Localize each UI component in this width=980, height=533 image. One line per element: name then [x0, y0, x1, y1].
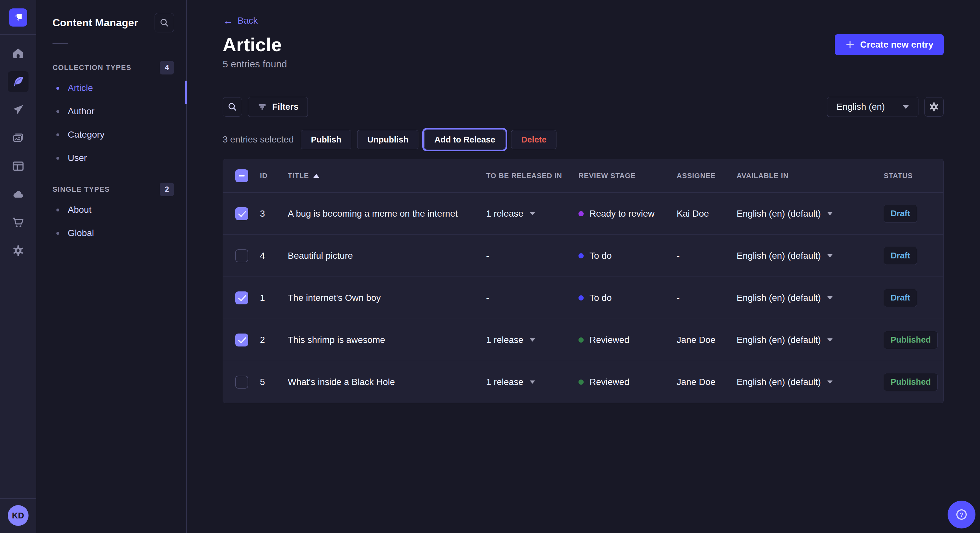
home-icon[interactable] — [8, 43, 29, 64]
cell-review-stage: To do — [579, 251, 677, 261]
entries-table: ID TITLE TO BE RELEASED IN REVIEW STAGE … — [223, 159, 944, 403]
chevron-down-icon — [827, 381, 832, 384]
column-header-to-be-released-in[interactable]: TO BE RELEASED IN — [486, 171, 579, 180]
column-header-id[interactable]: ID — [260, 171, 288, 180]
cell-available-in[interactable]: English (en) (default) — [737, 209, 884, 219]
row-checkbox[interactable] — [235, 207, 248, 220]
cell-review-stage: Reviewed — [579, 377, 677, 387]
column-header-available-in[interactable]: AVAILABLE IN — [737, 171, 884, 180]
content-manager-icon[interactable] — [8, 71, 29, 92]
svg-text:?: ? — [959, 511, 963, 518]
publish-button[interactable]: Publish — [301, 130, 351, 149]
cell-release: - — [486, 293, 579, 303]
cell-available-in[interactable]: English (en) (default) — [737, 335, 884, 345]
chevron-down-icon — [530, 381, 535, 384]
locale-select[interactable]: English (en) — [827, 97, 918, 117]
strapi-logo-icon — [12, 11, 25, 24]
column-header-assignee[interactable]: ASSIGNEE — [677, 171, 737, 180]
subnav-item-about[interactable]: About — [52, 198, 174, 222]
settings-icon[interactable] — [8, 240, 29, 261]
subnav-search-button[interactable] — [154, 13, 174, 32]
sort-asc-icon — [313, 174, 319, 178]
content-type-builder-icon[interactable] — [8, 156, 29, 176]
chevron-down-icon — [827, 338, 832, 342]
chevron-down-icon — [902, 105, 909, 109]
add-to-release-button[interactable]: Add to Release — [424, 130, 505, 149]
back-arrow-icon: ← — [223, 16, 233, 26]
collection-types-count-badge: 4 — [160, 61, 174, 75]
table-row[interactable]: 2 This shrimp is awesome 1 release Revie… — [223, 319, 943, 361]
releases-icon[interactable] — [8, 99, 29, 120]
table-row[interactable]: 1 The internet's Own boy - To do - Engli… — [223, 276, 943, 319]
page-title: Article — [223, 34, 282, 56]
section-label: SINGLE TYPES — [52, 185, 110, 194]
bullet-icon — [56, 232, 59, 235]
cell-review-stage: Reviewed — [579, 335, 677, 345]
cell-title: What's inside a Black Hole — [288, 377, 486, 387]
status-badge: Draft — [884, 247, 917, 265]
subnav-item-author[interactable]: Author — [52, 100, 174, 123]
status-badge: Draft — [884, 205, 917, 223]
table-row[interactable]: 3 A bug is becoming a meme on the intern… — [223, 192, 943, 235]
nav-divider — [0, 498, 36, 499]
media-library-icon[interactable] — [8, 128, 29, 148]
back-link[interactable]: ← Back — [223, 16, 258, 26]
table-row[interactable]: 5 What's inside a Black Hole 1 release R… — [223, 361, 943, 403]
cell-review-stage: To do — [579, 293, 677, 303]
stage-dot-icon — [579, 253, 584, 259]
cell-assignee: Kai Doe — [677, 209, 737, 219]
row-checkbox[interactable] — [235, 333, 248, 346]
subnav-item-global[interactable]: Global — [52, 222, 174, 245]
main-nav: KD — [0, 0, 36, 533]
subnav-item-category[interactable]: Category — [52, 123, 174, 146]
filters-button[interactable]: Filters — [248, 97, 308, 117]
subnav-item-user[interactable]: User — [52, 146, 174, 170]
view-settings-button[interactable] — [924, 97, 944, 117]
cell-id: 5 — [260, 377, 288, 387]
cell-assignee: - — [677, 293, 737, 303]
cloud-icon[interactable] — [8, 184, 29, 205]
select-all-checkbox[interactable] — [235, 169, 248, 182]
cell-release[interactable]: 1 release — [486, 377, 579, 387]
avatar[interactable]: KD — [8, 505, 29, 526]
cell-title: Beautiful picture — [288, 251, 486, 261]
strapi-logo[interactable] — [9, 8, 27, 27]
nav-divider — [0, 34, 36, 35]
single-types-section: SINGLE TYPES 2 About Global — [52, 182, 174, 245]
entries-count: 5 entries found — [223, 59, 944, 70]
stage-dot-icon — [579, 379, 584, 385]
help-button[interactable]: ? — [948, 501, 975, 528]
delete-button[interactable]: Delete — [511, 130, 557, 149]
cell-available-in[interactable]: English (en) (default) — [737, 293, 884, 303]
plus-icon — [845, 40, 855, 49]
search-icon — [159, 17, 170, 28]
bullet-icon — [56, 133, 59, 136]
cell-available-in[interactable]: English (en) (default) — [737, 251, 884, 261]
cell-id: 3 — [260, 209, 288, 219]
status-badge: Draft — [884, 289, 917, 307]
row-checkbox[interactable] — [235, 292, 248, 305]
marketplace-icon[interactable] — [8, 212, 29, 233]
single-types-count-badge: 2 — [160, 182, 174, 196]
chevron-down-icon — [827, 212, 832, 215]
column-header-review-stage[interactable]: REVIEW STAGE — [579, 171, 677, 180]
table-row[interactable]: 4 Beautiful picture - To do - English (e… — [223, 235, 943, 276]
cell-available-in[interactable]: English (en) (default) — [737, 377, 884, 387]
search-button[interactable] — [223, 97, 242, 117]
unpublish-button[interactable]: Unpublish — [357, 130, 418, 149]
column-header-title[interactable]: TITLE — [288, 171, 486, 180]
subnav-title: Content Manager — [52, 17, 138, 29]
create-new-entry-button[interactable]: Create new entry — [835, 34, 944, 55]
subnav-item-article[interactable]: Article — [52, 76, 174, 100]
chevron-down-icon — [827, 254, 832, 257]
chevron-down-icon — [530, 212, 535, 215]
cell-release[interactable]: 1 release — [486, 335, 579, 345]
subnav-divider — [52, 43, 68, 44]
cell-release[interactable]: 1 release — [486, 209, 579, 219]
cell-id: 2 — [260, 335, 288, 345]
cell-assignee: - — [677, 251, 737, 261]
row-checkbox[interactable] — [235, 376, 248, 389]
column-header-status[interactable]: STATUS — [884, 171, 943, 180]
table-header-row: ID TITLE TO BE RELEASED IN REVIEW STAGE … — [223, 159, 943, 192]
row-checkbox[interactable] — [235, 249, 248, 262]
